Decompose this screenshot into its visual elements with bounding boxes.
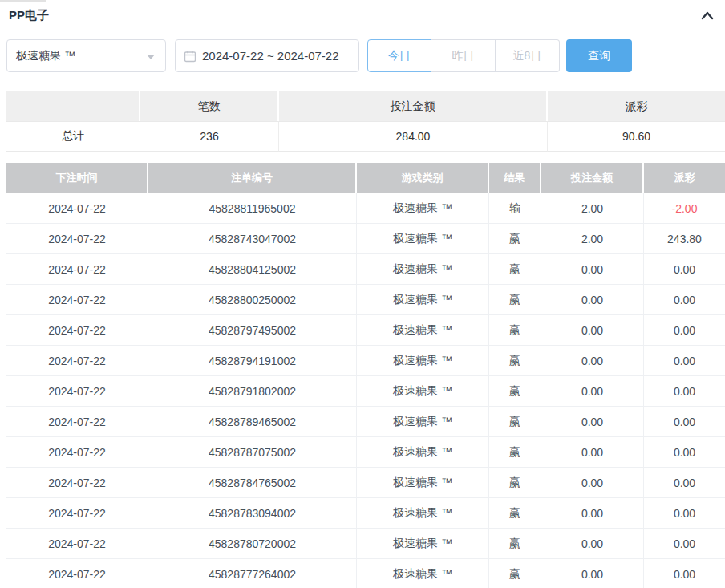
cell-result: 输 [489, 193, 541, 224]
quick-filter-today-button[interactable]: 今日 [367, 39, 431, 72]
table-row: 2024-07-22 45828811965002 极速糖果 ™ 输 2.00 … [6, 193, 725, 224]
game-select[interactable]: 极速糖果 ™ [6, 39, 166, 72]
cell-result: 赢 [489, 315, 541, 346]
cell-bet-amount: 0.00 [541, 498, 644, 529]
cell-payout: 0.00 [644, 315, 725, 346]
summary-total-bet-amount: 284.00 [279, 121, 548, 152]
cell-payout: 0.00 [644, 285, 725, 315]
quick-filter-yesterday-button[interactable]: 昨日 [431, 39, 496, 72]
cell-game-type: 极速糖果 ™ [357, 193, 489, 224]
cell-bet-id: 45828797495002 [148, 315, 357, 346]
table-row: 2024-07-22 45828743047002 极速糖果 ™ 赢 2.00 … [6, 224, 725, 254]
cell-bet-amount: 0.00 [541, 468, 644, 498]
cell-payout: 0.00 [644, 437, 725, 468]
cell-bet-amount: 0.00 [541, 376, 644, 407]
cell-result: 赢 [489, 498, 541, 529]
cell-bet-amount: 0.00 [541, 254, 644, 285]
records-header-payout: 派彩 [644, 163, 725, 193]
summary-header-payout: 派彩 [548, 91, 725, 121]
cell-payout: 0.00 [644, 407, 725, 437]
cell-payout: 0.00 [644, 529, 725, 559]
cell-bet-id: 45828811965002 [148, 193, 357, 224]
table-row: 2024-07-22 45828797495002 极速糖果 ™ 赢 0.00 … [6, 315, 725, 346]
summary-total-row: 总计 236 284.00 90.60 [6, 121, 725, 152]
cell-bet-amount: 0.00 [541, 315, 644, 346]
cell-bet-id: 45828787075002 [148, 437, 357, 468]
cell-game-type: 极速糖果 ™ [357, 254, 489, 285]
calendar-icon [184, 50, 196, 63]
cell-bet-time: 2024-07-22 [6, 559, 148, 588]
table-row: 2024-07-22 45828784765002 极速糖果 ™ 赢 0.00 … [6, 468, 725, 498]
cell-bet-time: 2024-07-22 [6, 468, 148, 498]
cell-payout: 0.00 [644, 346, 725, 376]
cell-bet-id: 45828794191002 [148, 346, 357, 376]
cell-game-type: 极速糖果 ™ [357, 559, 489, 588]
cell-payout: 0.00 [644, 468, 725, 498]
cell-bet-time: 2024-07-22 [6, 315, 148, 346]
summary-total-label: 总计 [6, 121, 140, 152]
cell-result: 赢 [489, 559, 541, 588]
cell-bet-id: 45828800250002 [148, 285, 357, 315]
date-range-input[interactable]: 2024-07-22 ~ 2024-07-22 [175, 39, 359, 72]
cell-bet-amount: 2.00 [541, 193, 644, 224]
cell-result: 赢 [489, 285, 541, 315]
cell-result: 赢 [489, 346, 541, 376]
cell-payout: 0.00 [644, 254, 725, 285]
summary-header-count: 笔数 [140, 91, 279, 121]
cell-bet-time: 2024-07-22 [6, 224, 148, 254]
cell-game-type: 极速糖果 ™ [357, 224, 489, 254]
cell-bet-time: 2024-07-22 [6, 285, 148, 315]
cell-result: 赢 [489, 224, 541, 254]
summary-header-row: 笔数 投注金额 派彩 [6, 91, 725, 121]
cell-game-type: 极速糖果 ™ [357, 437, 489, 468]
cell-payout: -2.00 [644, 193, 725, 224]
panel-title: PP电子 [9, 8, 49, 23]
cell-bet-time: 2024-07-22 [6, 193, 148, 224]
cell-result: 赢 [489, 437, 541, 468]
cell-bet-amount: 0.00 [541, 407, 644, 437]
table-row: 2024-07-22 45828789465002 极速糖果 ™ 赢 0.00 … [6, 407, 725, 437]
cell-result: 赢 [489, 376, 541, 407]
query-button[interactable]: 查询 [566, 39, 632, 72]
table-row: 2024-07-22 45828791802002 极速糖果 ™ 赢 0.00 … [6, 376, 725, 407]
cell-bet-amount: 0.00 [541, 285, 644, 315]
quick-filter-last8days-button[interactable]: 近8日 [496, 39, 560, 72]
cell-game-type: 极速糖果 ™ [357, 529, 489, 559]
tab-edge-line [0, 0, 46, 2]
cell-bet-amount: 0.00 [541, 529, 644, 559]
collapse-chevron-up-icon[interactable] [701, 10, 714, 22]
cell-game-type: 极速糖果 ™ [357, 407, 489, 437]
cell-bet-amount: 0.00 [541, 346, 644, 376]
chevron-down-icon [147, 55, 155, 59]
records-header-bet-time: 下注时间 [6, 163, 148, 193]
cell-bet-time: 2024-07-22 [6, 437, 148, 468]
cell-result: 赢 [489, 529, 541, 559]
cell-bet-id: 45828804125002 [148, 254, 357, 285]
table-row: 2024-07-22 45828783094002 极速糖果 ™ 赢 0.00 … [6, 498, 725, 529]
summary-table: 笔数 投注金额 派彩 总计 236 284.00 90.60 [6, 91, 725, 152]
table-row: 2024-07-22 45828800250002 极速糖果 ™ 赢 0.00 … [6, 285, 725, 315]
summary-total-payout: 90.60 [548, 121, 725, 152]
cell-bet-amount: 0.00 [541, 559, 644, 588]
cell-game-type: 极速糖果 ™ [357, 285, 489, 315]
records-header-game-type: 游戏类别 [357, 163, 489, 193]
cell-game-type: 极速糖果 ™ [357, 376, 489, 407]
cell-bet-time: 2024-07-22 [6, 346, 148, 376]
cell-bet-amount: 0.00 [541, 437, 644, 468]
records-header-row: 下注时间 注单编号 游戏类别 结果 投注金额 派彩 [6, 163, 725, 193]
cell-bet-time: 2024-07-22 [6, 529, 148, 559]
quick-filter-group: 今日 昨日 近8日 [367, 39, 560, 72]
game-select-value: 极速糖果 ™ [16, 49, 75, 63]
panel-header: PP电子 [0, 0, 725, 23]
cell-bet-id: 45828789465002 [148, 407, 357, 437]
cell-payout: 0.00 [644, 376, 725, 407]
cell-result: 赢 [489, 407, 541, 437]
cell-bet-id: 45828780720002 [148, 529, 357, 559]
cell-game-type: 极速糖果 ™ [357, 315, 489, 346]
filter-controls: 极速糖果 ™ 2024-07-22 ~ 2024-07-22 今日 昨日 近8日… [6, 39, 725, 72]
cell-payout: 0.00 [644, 559, 725, 588]
cell-bet-time: 2024-07-22 [6, 254, 148, 285]
cell-payout: 243.80 [644, 224, 725, 254]
summary-header-empty [6, 91, 140, 121]
records-header-bet-id: 注单编号 [148, 163, 357, 193]
